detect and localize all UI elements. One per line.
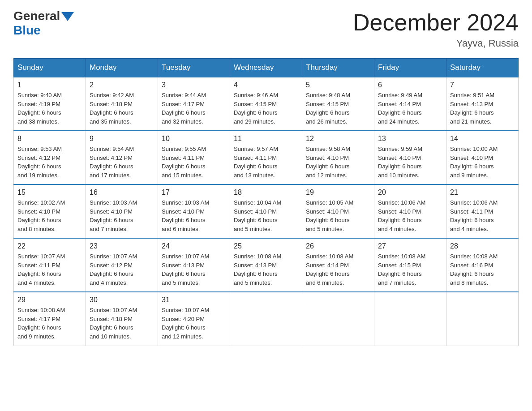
day-number: 12 (306, 135, 370, 143)
day-info: Sunrise: 10:08 AM Sunset: 4:14 PM Daylig… (306, 252, 370, 287)
calendar-cell: 13Sunrise: 9:59 AM Sunset: 4:10 PM Dayli… (374, 131, 446, 184)
calendar-cell: 10Sunrise: 9:55 AM Sunset: 4:11 PM Dayli… (158, 131, 230, 184)
day-info: Sunrise: 10:03 AM Sunset: 4:10 PM Daylig… (90, 198, 154, 233)
day-info: Sunrise: 10:07 AM Sunset: 4:11 PM Daylig… (17, 252, 82, 287)
days-of-week-row: SundayMondayTuesdayWednesdayThursdayFrid… (14, 59, 519, 77)
day-number: 18 (234, 188, 298, 197)
day-of-week-header: Saturday (446, 59, 519, 77)
calendar-cell: 17Sunrise: 10:03 AM Sunset: 4:10 PM Dayl… (158, 184, 230, 238)
day-info: Sunrise: 10:08 AM Sunset: 4:15 PM Daylig… (378, 252, 442, 287)
day-info: Sunrise: 10:00 AM Sunset: 4:10 PM Daylig… (450, 145, 515, 180)
day-number: 29 (17, 296, 82, 304)
calendar-cell: 1Sunrise: 9:40 AM Sunset: 4:19 PM Daylig… (14, 77, 86, 131)
logo-general: General (13, 9, 60, 23)
day-info: Sunrise: 10:03 AM Sunset: 4:10 PM Daylig… (162, 198, 226, 233)
day-of-week-header: Friday (374, 59, 446, 77)
calendar-cell: 25Sunrise: 10:08 AM Sunset: 4:13 PM Dayl… (230, 238, 302, 292)
day-number: 21 (450, 188, 515, 197)
day-number: 11 (234, 135, 298, 143)
calendar-cell: 18Sunrise: 10:04 AM Sunset: 4:10 PM Dayl… (230, 184, 302, 238)
day-info: Sunrise: 9:55 AM Sunset: 4:11 PM Dayligh… (162, 145, 226, 180)
calendar-cell (230, 292, 302, 346)
day-of-week-header: Wednesday (230, 59, 302, 77)
day-info: Sunrise: 10:06 AM Sunset: 4:11 PM Daylig… (450, 198, 515, 233)
day-number: 1 (17, 81, 82, 89)
calendar-cell: 24Sunrise: 10:07 AM Sunset: 4:13 PM Dayl… (158, 238, 230, 292)
logo: General Blue (13, 9, 74, 38)
calendar-cell: 6Sunrise: 9:49 AM Sunset: 4:14 PM Daylig… (374, 77, 446, 131)
day-info: Sunrise: 10:08 AM Sunset: 4:17 PM Daylig… (17, 306, 82, 341)
day-number: 7 (450, 81, 515, 89)
day-info: Sunrise: 10:07 AM Sunset: 4:12 PM Daylig… (90, 252, 154, 287)
day-info: Sunrise: 10:07 AM Sunset: 4:18 PM Daylig… (90, 306, 154, 341)
calendar-cell: 11Sunrise: 9:57 AM Sunset: 4:11 PM Dayli… (230, 131, 302, 184)
calendar-cell: 3Sunrise: 9:44 AM Sunset: 4:17 PM Daylig… (158, 77, 230, 131)
day-info: Sunrise: 9:46 AM Sunset: 4:15 PM Dayligh… (234, 91, 298, 126)
day-number: 2 (90, 81, 154, 89)
calendar-cell: 15Sunrise: 10:02 AM Sunset: 4:10 PM Dayl… (14, 184, 86, 238)
calendar-week-row: 8Sunrise: 9:53 AM Sunset: 4:12 PM Daylig… (14, 131, 519, 184)
day-info: Sunrise: 10:06 AM Sunset: 4:10 PM Daylig… (378, 198, 442, 233)
day-number: 26 (306, 242, 370, 250)
calendar-week-row: 15Sunrise: 10:02 AM Sunset: 4:10 PM Dayl… (14, 184, 519, 238)
month-title: December 2024 (353, 9, 519, 36)
day-number: 24 (162, 242, 226, 250)
calendar-cell: 23Sunrise: 10:07 AM Sunset: 4:12 PM Dayl… (86, 238, 158, 292)
day-info: Sunrise: 9:51 AM Sunset: 4:13 PM Dayligh… (450, 91, 515, 126)
calendar-cell: 21Sunrise: 10:06 AM Sunset: 4:11 PM Dayl… (446, 184, 519, 238)
day-number: 10 (162, 135, 226, 143)
day-info: Sunrise: 9:54 AM Sunset: 4:12 PM Dayligh… (90, 145, 154, 180)
day-number: 16 (90, 188, 154, 197)
day-info: Sunrise: 10:04 AM Sunset: 4:10 PM Daylig… (234, 198, 298, 233)
logo-triangle-icon (61, 12, 74, 21)
day-of-week-header: Monday (86, 59, 158, 77)
day-number: 20 (378, 188, 442, 197)
day-number: 8 (17, 135, 82, 143)
day-number: 13 (378, 135, 442, 143)
calendar-week-row: 1Sunrise: 9:40 AM Sunset: 4:19 PM Daylig… (14, 77, 519, 131)
day-info: Sunrise: 9:44 AM Sunset: 4:17 PM Dayligh… (162, 91, 226, 126)
calendar-cell: 16Sunrise: 10:03 AM Sunset: 4:10 PM Dayl… (86, 184, 158, 238)
day-info: Sunrise: 10:02 AM Sunset: 4:10 PM Daylig… (17, 198, 82, 233)
day-number: 31 (162, 296, 226, 304)
day-number: 15 (17, 188, 82, 197)
day-number: 9 (90, 135, 154, 143)
logo-blue: Blue (13, 23, 41, 38)
calendar-week-row: 22Sunrise: 10:07 AM Sunset: 4:11 PM Dayl… (14, 238, 519, 292)
day-info: Sunrise: 9:59 AM Sunset: 4:10 PM Dayligh… (378, 145, 442, 180)
day-number: 30 (90, 296, 154, 304)
day-info: Sunrise: 9:48 AM Sunset: 4:15 PM Dayligh… (306, 91, 370, 126)
calendar-cell: 20Sunrise: 10:06 AM Sunset: 4:10 PM Dayl… (374, 184, 446, 238)
calendar-cell: 30Sunrise: 10:07 AM Sunset: 4:18 PM Dayl… (86, 292, 158, 346)
calendar-cell: 22Sunrise: 10:07 AM Sunset: 4:11 PM Dayl… (14, 238, 86, 292)
day-of-week-header: Tuesday (158, 59, 230, 77)
location: Yayva, Russia (353, 38, 519, 49)
day-number: 6 (378, 81, 442, 89)
day-number: 17 (162, 188, 226, 197)
day-number: 27 (378, 242, 442, 250)
day-info: Sunrise: 9:58 AM Sunset: 4:10 PM Dayligh… (306, 145, 370, 180)
day-number: 4 (234, 81, 298, 89)
day-info: Sunrise: 10:07 AM Sunset: 4:13 PM Daylig… (162, 252, 226, 287)
calendar-header: SundayMondayTuesdayWednesdayThursdayFrid… (14, 59, 519, 77)
day-info: Sunrise: 10:08 AM Sunset: 4:16 PM Daylig… (450, 252, 515, 287)
day-number: 22 (17, 242, 82, 250)
day-info: Sunrise: 9:57 AM Sunset: 4:11 PM Dayligh… (234, 145, 298, 180)
calendar-cell: 2Sunrise: 9:42 AM Sunset: 4:18 PM Daylig… (86, 77, 158, 131)
calendar-table: SundayMondayTuesdayWednesdayThursdayFrid… (13, 58, 519, 346)
page-header: General Blue December 2024 Yayva, Russia (13, 9, 519, 49)
calendar-cell: 5Sunrise: 9:48 AM Sunset: 4:15 PM Daylig… (302, 77, 374, 131)
calendar-cell: 28Sunrise: 10:08 AM Sunset: 4:16 PM Dayl… (446, 238, 519, 292)
calendar-cell: 29Sunrise: 10:08 AM Sunset: 4:17 PM Dayl… (14, 292, 86, 346)
day-number: 14 (450, 135, 515, 143)
calendar-cell: 27Sunrise: 10:08 AM Sunset: 4:15 PM Dayl… (374, 238, 446, 292)
calendar-cell (446, 292, 519, 346)
day-of-week-header: Thursday (302, 59, 374, 77)
calendar-body: 1Sunrise: 9:40 AM Sunset: 4:19 PM Daylig… (14, 77, 519, 346)
day-info: Sunrise: 9:49 AM Sunset: 4:14 PM Dayligh… (378, 91, 442, 126)
calendar-cell: 12Sunrise: 9:58 AM Sunset: 4:10 PM Dayli… (302, 131, 374, 184)
day-number: 23 (90, 242, 154, 250)
calendar-cell: 26Sunrise: 10:08 AM Sunset: 4:14 PM Dayl… (302, 238, 374, 292)
calendar-week-row: 29Sunrise: 10:08 AM Sunset: 4:17 PM Dayl… (14, 292, 519, 346)
day-number: 28 (450, 242, 515, 250)
